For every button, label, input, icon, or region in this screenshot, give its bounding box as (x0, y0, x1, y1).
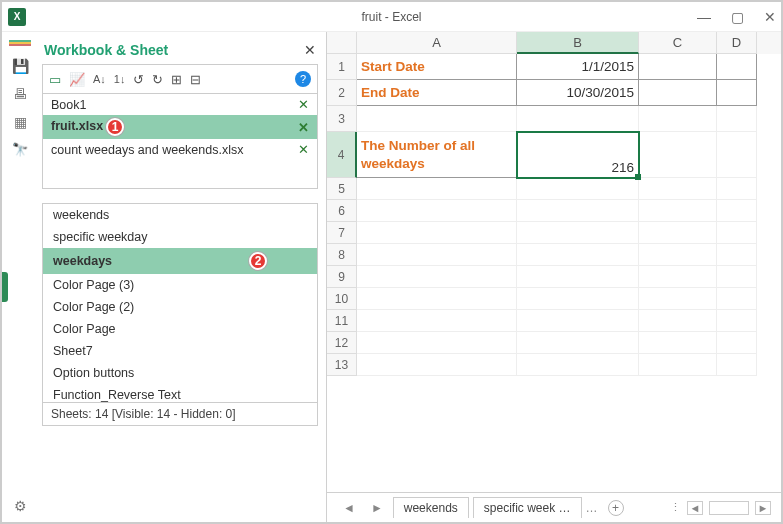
sheet-status: Sheets: 14 [Visible: 14 - Hidden: 0] (42, 403, 318, 426)
cell-B2[interactable]: 10/30/2015 (517, 80, 639, 106)
workbook-close-icon[interactable]: ✕ (298, 97, 309, 112)
toolbar-grid2-icon[interactable]: ⊟ (190, 72, 201, 87)
col-header-D[interactable]: D (717, 32, 757, 54)
gear-icon[interactable]: ⚙ (14, 498, 27, 514)
cell-D2[interactable] (717, 80, 757, 106)
table-row: 13 (327, 354, 781, 376)
tab-nav-prev-icon[interactable]: ◄ (337, 501, 361, 515)
cell-C4[interactable] (639, 132, 717, 178)
cell-D1[interactable] (717, 54, 757, 80)
cell-grid[interactable]: 1 Start Date 1/1/2015 2 End Date 10/30/2… (327, 54, 781, 492)
sheet-list[interactable]: weekends specific weekday weekdays 2 Col… (42, 203, 318, 403)
cell-D4[interactable] (717, 132, 757, 178)
sheet-tab[interactable]: specific week … (473, 497, 582, 518)
side-rail: 💾 🖶 ▦ 🔭 ⚙ (2, 32, 38, 522)
h-scrollbar[interactable]: ⋮ ◄ ► (670, 501, 771, 515)
scroll-left-icon[interactable]: ◄ (687, 501, 703, 515)
callout-badge-2: 2 (249, 252, 267, 270)
row-header[interactable]: 3 (327, 106, 357, 132)
sheet-item[interactable]: weekends (43, 204, 317, 226)
sheet-tab[interactable]: weekends (393, 497, 469, 518)
cell-A3[interactable] (357, 106, 517, 132)
cell-B1[interactable]: 1/1/2015 (517, 54, 639, 80)
maximize-button[interactable]: ▢ (731, 9, 744, 25)
col-header-C[interactable]: C (639, 32, 717, 54)
cell-B4[interactable]: 216 (517, 132, 639, 178)
cell-C3[interactable] (639, 106, 717, 132)
workbook-close-icon[interactable]: ✕ (298, 120, 309, 135)
tab-nav-next-icon[interactable]: ► (365, 501, 389, 515)
workbook-item[interactable]: fruit.xlsx 1 ✕ (43, 115, 317, 139)
sheet-item[interactable]: weekdays 2 (43, 248, 317, 274)
workbook-name: fruit.xlsx (51, 119, 103, 133)
row-header[interactable]: 4 (327, 132, 357, 178)
cell-B3[interactable] (517, 106, 639, 132)
workbook-sheet-pane: Workbook & Sheet ✕ ▭ 📈 A↓ 1↓ ↺ ↻ ⊞ ⊟ ? (38, 32, 326, 522)
table-row: 5 (327, 178, 781, 200)
sheet-item[interactable]: Option buttons (43, 362, 317, 384)
add-sheet-icon[interactable]: + (608, 500, 624, 516)
workbook-name: Book1 (51, 98, 86, 112)
workbook-list: Book1 ✕ fruit.xlsx 1 ✕ count weedays and… (42, 94, 318, 189)
toolbar-tab-icon[interactable]: ▭ (49, 72, 61, 87)
table-row: 12 (327, 332, 781, 354)
tab-more-icon[interactable]: … (586, 501, 598, 515)
sheet-item[interactable]: Color Page (43, 318, 317, 340)
sheet-item[interactable]: specific weekday (43, 226, 317, 248)
col-header-A[interactable]: A (357, 32, 517, 54)
cell-C2[interactable] (639, 80, 717, 106)
toolbar-chart-icon[interactable]: 📈 (69, 72, 85, 87)
toolbar-grid1-icon[interactable]: ⊞ (171, 72, 182, 87)
table-row: 8 (327, 244, 781, 266)
sheet-item[interactable]: Sheet7 (43, 340, 317, 362)
pane-toolbar: ▭ 📈 A↓ 1↓ ↺ ↻ ⊞ ⊟ ? (42, 64, 318, 94)
table-row: 10 (327, 288, 781, 310)
table-row: 7 (327, 222, 781, 244)
sheet-item[interactable]: Function_Reverse Text (43, 384, 317, 403)
cell-C1[interactable] (639, 54, 717, 80)
close-button[interactable]: ✕ (764, 9, 776, 25)
table-row: 3 (327, 106, 781, 132)
sheet-footer: ◄ ► weekends specific week … … + ⋮ ◄ ► (327, 492, 781, 522)
table-row: 6 (327, 200, 781, 222)
toolbar-sort-az-icon[interactable]: A↓ (93, 73, 106, 85)
pane-collapse-handle[interactable] (2, 272, 8, 302)
table-row: 1 Start Date 1/1/2015 (327, 54, 781, 80)
color-strip-icon[interactable] (9, 40, 31, 46)
app-icon: X (2, 8, 32, 26)
titlebar: X fruit - Excel — ▢ ✕ (2, 2, 781, 32)
table-row: 2 End Date 10/30/2015 (327, 80, 781, 106)
cell-A2[interactable]: End Date (357, 80, 517, 106)
table-row: 4 The Number of all weekdays 216 (327, 132, 781, 178)
grid-icon[interactable]: ▦ (14, 114, 27, 130)
sheet-item[interactable]: Color Page (2) (43, 296, 317, 318)
toolbar-refresh1-icon[interactable]: ↺ (133, 72, 144, 87)
cell-A4[interactable]: The Number of all weekdays (357, 132, 517, 178)
row-header[interactable]: 2 (327, 80, 357, 106)
cell-D3[interactable] (717, 106, 757, 132)
col-header-B[interactable]: B (517, 32, 639, 54)
workbook-item[interactable]: count weedays and weekends.xlsx ✕ (43, 139, 317, 160)
select-all-corner[interactable] (327, 32, 357, 54)
spreadsheet-area: A B C D 1 Start Date 1/1/2015 2 End Date… (326, 32, 781, 522)
pane-close-icon[interactable]: ✕ (304, 42, 316, 58)
minimize-button[interactable]: — (697, 9, 711, 25)
sheet-item[interactable]: Color Page (3) (43, 274, 317, 296)
workbook-name: count weedays and weekends.xlsx (51, 143, 243, 157)
callout-badge-1: 1 (106, 118, 124, 136)
save-icon[interactable]: 💾 (12, 58, 29, 74)
toolbar-refresh2-icon[interactable]: ↻ (152, 72, 163, 87)
window-title: fruit - Excel (361, 10, 421, 24)
cell-A1[interactable]: Start Date (357, 54, 517, 80)
help-icon[interactable]: ? (295, 71, 311, 87)
binoculars-icon[interactable]: 🔭 (12, 142, 28, 157)
toolbar-sort-num-icon[interactable]: 1↓ (114, 73, 126, 85)
workbook-close-icon[interactable]: ✕ (298, 142, 309, 157)
workbook-item[interactable]: Book1 ✕ (43, 94, 317, 115)
pane-title: Workbook & Sheet (44, 42, 168, 58)
table-row: 11 (327, 310, 781, 332)
row-header[interactable]: 1 (327, 54, 357, 80)
scroll-right-icon[interactable]: ► (755, 501, 771, 515)
print-icon[interactable]: 🖶 (13, 86, 27, 102)
table-row: 9 (327, 266, 781, 288)
